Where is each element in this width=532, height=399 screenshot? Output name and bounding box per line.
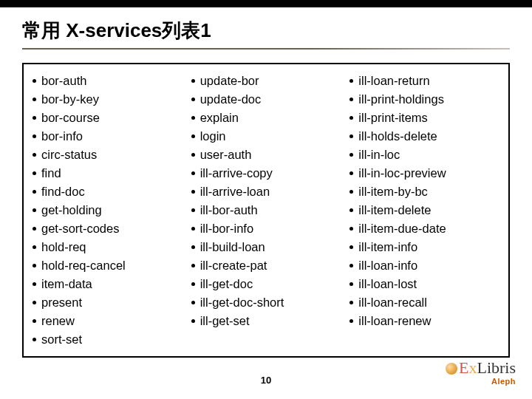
column-2: update-borupdate-docexplainloginuser-aut… (187, 72, 346, 349)
list-item: hold-req (33, 238, 183, 256)
list-item: find-doc (33, 183, 183, 201)
list-item: present (33, 293, 183, 312)
list-item: ill-loan-info (349, 256, 499, 275)
list-item: get-holding (33, 201, 183, 219)
services-box: bor-authbor-by-keybor-coursebor-infocirc… (22, 63, 510, 358)
brand-logo-icon (446, 363, 457, 375)
list-item: bor-info (33, 127, 183, 146)
list-item: user-auth (191, 146, 341, 164)
list-item: bor-auth (33, 72, 183, 90)
brand-logo: ExLibris Aleph (446, 360, 516, 386)
list-item: ill-get-doc-short (191, 293, 341, 312)
list-item: explain (191, 109, 341, 127)
list-item: bor-by-key (33, 90, 183, 109)
list-item: item-data (33, 275, 183, 293)
list-item: ill-item-delete (349, 201, 499, 219)
list-item: ill-get-set (191, 312, 341, 330)
list-item: ill-in-loc (349, 146, 499, 164)
list-item: renew (33, 312, 183, 330)
slide-body: 常用 X-services列表1 bor-authbor-by-keybor-c… (0, 0, 532, 358)
list-item: login (191, 127, 341, 146)
list-item: ill-item-due-date (349, 219, 499, 238)
top-accent-bar (0, 0, 532, 7)
list-item: ill-bor-auth (191, 201, 341, 219)
list-item: circ-status (33, 146, 183, 164)
list-item: ill-print-holdings (349, 90, 499, 109)
column-3: ill-loan-returnill-print-holdingsill-pri… (345, 72, 504, 349)
list-item: ill-item-by-bc (349, 183, 499, 201)
list-item: update-bor (191, 72, 341, 90)
list-item: update-doc (191, 90, 341, 109)
list-item: find (33, 164, 183, 183)
brand-logo-sub: Aleph (446, 378, 516, 386)
list-item: ill-item-info (349, 238, 499, 256)
list-item: ill-loan-renew (349, 312, 499, 330)
list-item: ill-build-loan (191, 238, 341, 256)
list-item: ill-get-doc (191, 275, 341, 293)
list-item: ill-print-items (349, 109, 499, 127)
list-item: ill-bor-info (191, 219, 341, 238)
slide-title: 常用 X-services列表1 (22, 18, 510, 50)
list-item: ill-arrive-loan (191, 183, 341, 201)
list-item: sort-set (33, 330, 183, 349)
column-1: bor-authbor-by-keybor-coursebor-infocirc… (28, 72, 187, 349)
list-item: ill-holds-delete (349, 127, 499, 146)
list-item: bor-course (33, 109, 183, 127)
list-item: ill-loan-recall (349, 293, 499, 312)
brand-logo-text: ExLibris (446, 360, 516, 376)
list-item: ill-in-loc-preview (349, 164, 499, 183)
list-item: ill-arrive-copy (191, 164, 341, 183)
list-item: ill-loan-return (349, 72, 499, 90)
list-item: get-sort-codes (33, 219, 183, 238)
list-item: ill-create-pat (191, 256, 341, 275)
list-item: hold-req-cancel (33, 256, 183, 275)
list-item: ill-loan-lost (349, 275, 499, 293)
